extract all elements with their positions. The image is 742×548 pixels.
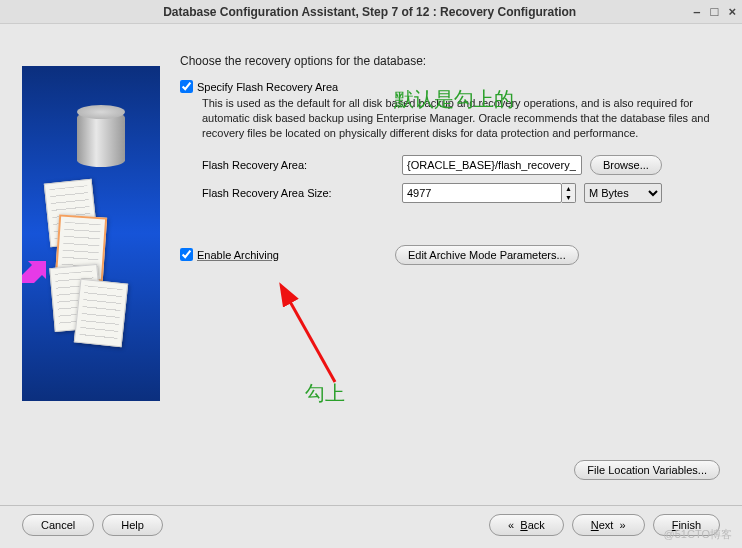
window-title: Database Configuration Assistant, Step 7… — [46, 5, 693, 19]
maximize-icon[interactable]: □ — [711, 4, 719, 19]
back-button[interactable]: « Back — [489, 514, 564, 536]
fra-size-label: Flash Recovery Area Size: — [202, 187, 402, 199]
size-unit-select[interactable]: M Bytes — [584, 183, 662, 203]
fra-size-spinner[interactable]: ▲▼ — [562, 183, 576, 203]
fra-size-input[interactable] — [402, 183, 562, 203]
enable-archiving-label: Enable Archiving — [197, 249, 279, 261]
paper-icon — [74, 279, 128, 348]
svg-marker-0 — [22, 261, 46, 283]
watermark: @51CTO博客 — [664, 527, 732, 542]
content-area: Choose the recovery options for the data… — [180, 54, 720, 445]
pink-arrow-icon — [22, 261, 46, 283]
database-icon — [77, 111, 125, 167]
section-heading: Choose the recovery options for the data… — [180, 54, 720, 68]
specify-flash-recovery-checkbox[interactable] — [180, 80, 193, 93]
enable-archiving-checkbox[interactable] — [180, 248, 193, 261]
browse-button[interactable]: Browse... — [590, 155, 662, 175]
help-button[interactable]: Help — [102, 514, 163, 536]
cancel-button[interactable]: Cancel — [22, 514, 94, 536]
titlebar: Database Configuration Assistant, Step 7… — [0, 0, 742, 24]
window: Database Configuration Assistant, Step 7… — [0, 0, 742, 548]
fra-label: Flash Recovery Area: — [202, 159, 402, 171]
minimize-icon[interactable]: – — [693, 4, 700, 19]
specify-flash-recovery-label: Specify Flash Recovery Area — [197, 81, 338, 93]
close-icon[interactable]: × — [728, 4, 736, 19]
specify-description: This is used as the default for all disk… — [202, 96, 712, 141]
fra-input[interactable] — [402, 155, 582, 175]
edit-archive-params-button[interactable]: Edit Archive Mode Parameters... — [395, 245, 579, 265]
wizard-side-image — [22, 66, 160, 401]
next-button[interactable]: Next » — [572, 514, 645, 536]
file-location-variables-button[interactable]: File Location Variables... — [574, 460, 720, 480]
